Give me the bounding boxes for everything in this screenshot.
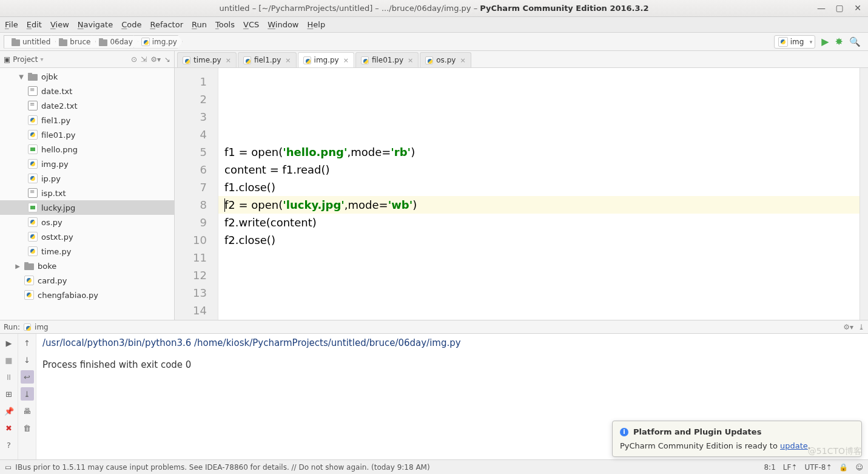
rerun-button[interactable]: ▶ <box>2 336 16 350</box>
code-line[interactable] <box>224 266 853 284</box>
tree-item-hello-png[interactable]: hello.png <box>0 142 174 157</box>
code-line[interactable]: f2 = open('lucky.jpg',mode='wb') <box>224 196 853 214</box>
up-button[interactable]: ↑ <box>21 336 34 350</box>
inspections-icon[interactable]: ☺ <box>855 463 863 472</box>
settings-icon[interactable]: ⚙▾ <box>150 55 161 64</box>
expand-icon[interactable]: ▶ <box>15 263 21 269</box>
tree-item-ip-py[interactable]: ip.py <box>0 171 174 186</box>
code-line[interactable] <box>224 319 853 320</box>
menu-view[interactable]: View <box>50 20 69 29</box>
code-line[interactable] <box>224 284 853 302</box>
menu-refactor[interactable]: Refactor <box>150 20 183 29</box>
code-editor[interactable]: 1 2 3 4 5 6 7 8 9 10 11 12 13 14 f1 = op… <box>175 68 868 320</box>
tree-item-time-py[interactable]: time.py <box>0 244 174 259</box>
breadcrumb-item[interactable]: 06day <box>91 35 138 49</box>
menu-navigate[interactable]: Navigate <box>78 20 113 29</box>
tree-item-isp-txt[interactable]: isp.txt <box>0 186 174 200</box>
code-text[interactable]: f1 = open('hello.png',mode='rb')content … <box>218 68 860 320</box>
down-button[interactable]: ↓ <box>21 353 34 367</box>
tab-close-icon[interactable]: × <box>226 56 231 64</box>
tree-item-file01-py[interactable]: file01.py <box>0 127 174 142</box>
menu-help[interactable]: Help <box>308 20 326 29</box>
scroll-to-end-button[interactable]: ⤓ <box>21 387 34 401</box>
menu-run[interactable]: Run <box>192 20 207 29</box>
tree-item-chengfabiao-py[interactable]: chengfabiao.py <box>0 288 174 302</box>
run-config-selector[interactable]: img <box>774 35 816 49</box>
line-separator[interactable]: LF⇡ <box>783 463 798 472</box>
code-line[interactable]: f2.close() <box>224 231 853 249</box>
code-line[interactable]: f1.close() <box>224 178 853 196</box>
code-line[interactable]: f2.write(content) <box>224 214 853 231</box>
stop-button[interactable]: ■ <box>2 353 16 367</box>
clear-button[interactable]: 🗑 <box>21 421 34 435</box>
close-run-button[interactable]: ✖ <box>2 421 16 435</box>
soft-wrap-button[interactable]: ↩ <box>21 370 34 384</box>
run-hide-icon[interactable]: ⤓ <box>858 323 864 331</box>
menu-window[interactable]: Window <box>267 20 298 29</box>
menu-vcs[interactable]: VCS <box>243 20 259 29</box>
hide-icon[interactable]: ↘ <box>164 55 170 64</box>
menu-tools[interactable]: Tools <box>215 20 235 29</box>
tab-os-py[interactable]: os.py× <box>420 52 471 67</box>
tree-item-os-py[interactable]: os.py <box>0 215 174 229</box>
tree-item-date2-txt[interactable]: date2.txt <box>0 98 174 113</box>
exit-result: Process finished with exit code 0 <box>42 359 862 370</box>
maximize-button[interactable]: ▢ <box>834 2 845 13</box>
menu-edit[interactable]: Edit <box>27 20 42 29</box>
code-line[interactable] <box>224 249 853 266</box>
breadcrumb-item[interactable]: untitled <box>4 35 56 49</box>
tree-item-card-py[interactable]: card.py <box>0 273 174 288</box>
update-link[interactable]: update <box>780 441 808 450</box>
file-encoding[interactable]: UTF-8⇡ <box>804 463 832 472</box>
menu-code[interactable]: Code <box>121 20 141 29</box>
run-settings-icon[interactable]: ⚙▾ <box>843 323 853 331</box>
tree-label: boke <box>38 262 56 271</box>
tab-time-py[interactable]: time.py× <box>177 52 237 67</box>
tree-item-date-txt[interactable]: date.txt <box>0 84 174 98</box>
collapse-all-icon[interactable]: ⇲ <box>141 55 147 64</box>
minimize-button[interactable]: — <box>816 2 827 13</box>
menu-file[interactable]: File <box>5 20 18 29</box>
tab-img-py[interactable]: img.py× <box>298 52 354 67</box>
command-line: /usr/local/python3/bin/python3.6 /home/k… <box>42 337 862 348</box>
tab-close-icon[interactable]: × <box>460 56 465 64</box>
img-icon <box>28 203 38 212</box>
status-message[interactable]: IBus prior to 1.5.11 may cause input pro… <box>15 463 429 472</box>
expand-icon[interactable]: ▼ <box>18 73 24 80</box>
debug-button[interactable]: ✸ <box>835 36 843 47</box>
code-line[interactable]: f1 = open('hello.png',mode='rb') <box>224 143 853 161</box>
breadcrumb-item[interactable]: img.py <box>133 35 183 49</box>
tree-item-img-py[interactable]: img.py <box>0 157 174 171</box>
cursor-position[interactable]: 8:1 <box>764 463 775 472</box>
tab-close-icon[interactable]: × <box>285 56 291 64</box>
close-button[interactable]: ✕ <box>852 2 863 13</box>
tab-close-icon[interactable]: × <box>343 56 349 64</box>
tree-label: ip.py <box>41 174 61 183</box>
code-line[interactable] <box>224 302 853 319</box>
tab-close-icon[interactable]: × <box>408 56 413 64</box>
tree-item-ostxt-py[interactable]: ostxt.py <box>0 229 174 244</box>
pin-button[interactable]: 📌 <box>2 404 16 418</box>
folder-icon <box>28 74 38 81</box>
help-button[interactable]: ? <box>2 438 16 452</box>
tree-item-ojbk[interactable]: ▼ojbk <box>0 69 174 84</box>
project-tree[interactable]: ▼ojbkdate.txtdate2.txtfiel1.pyfile01.pyh… <box>0 68 174 320</box>
layout-button[interactable]: ⊞ <box>2 387 16 401</box>
tree-item-fiel1-py[interactable]: fiel1.py <box>0 113 174 127</box>
scroll-from-source-icon[interactable]: ⊙ <box>131 55 137 64</box>
tab-fiel1-py[interactable]: fiel1.py× <box>238 52 297 67</box>
tree-item-boke[interactable]: ▶boke <box>0 259 174 273</box>
py-icon <box>28 217 38 227</box>
pause-button[interactable]: ⏸ <box>2 370 16 384</box>
run-button[interactable]: ▶ <box>821 36 829 47</box>
lock-icon[interactable]: 🔒 <box>839 463 848 472</box>
editor-tabs: time.py×fiel1.py×img.py×file01.py×os.py× <box>175 51 868 68</box>
tree-item-lucky-jpg[interactable]: lucky.jpg <box>0 200 174 215</box>
print-button[interactable]: 🖶 <box>21 404 34 418</box>
tab-file01-py[interactable]: file01.py× <box>355 52 419 67</box>
breadcrumb-item[interactable]: bruce <box>51 35 96 49</box>
vertical-scrollbar[interactable] <box>860 68 868 320</box>
code-line[interactable]: content = f1.read() <box>224 161 853 178</box>
search-button[interactable]: 🔍 <box>849 36 861 47</box>
py-icon <box>24 290 34 300</box>
